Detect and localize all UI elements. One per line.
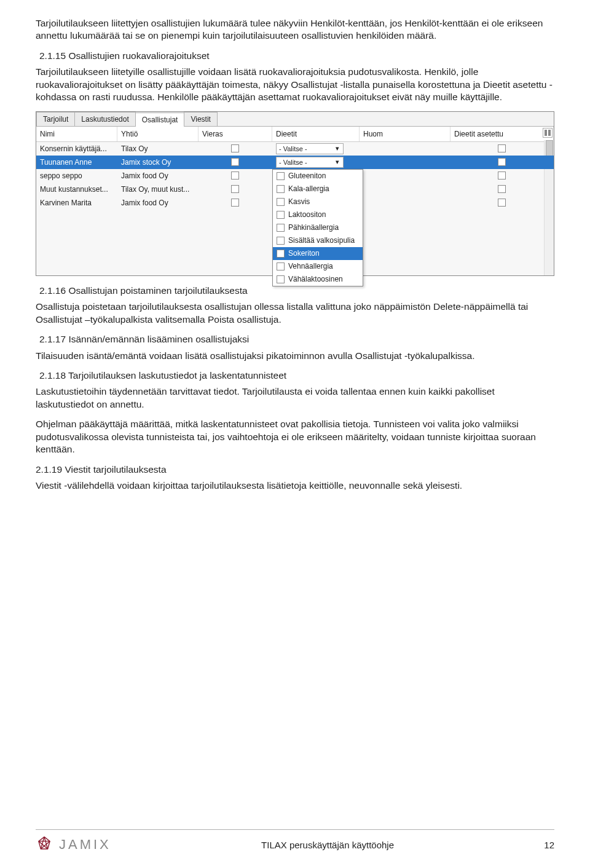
chevron-down-icon: ▾ xyxy=(334,159,340,165)
checkbox-icon xyxy=(277,211,285,219)
dieetit-dropdown[interactable]: Gluteeniton Kala-allergia Kasvis Laktoos… xyxy=(272,169,363,286)
dropdown-item[interactable]: Gluteeniton xyxy=(273,170,363,183)
jamix-logo-icon xyxy=(36,836,53,853)
grid-columns-button[interactable] xyxy=(543,128,553,138)
cell-huom[interactable] xyxy=(360,142,450,156)
heading-2-1-15: 2.1.15 Osallistujien ruokavaliorajoituks… xyxy=(36,50,554,62)
cell-vieras[interactable] xyxy=(199,183,272,196)
cell-nimi: Karvinen Marita xyxy=(36,196,117,210)
heading-2-1-18: 2.1.18 Tarjoilutilauksen laskutustiedot … xyxy=(36,369,554,382)
cell-dset xyxy=(450,156,554,169)
checkbox-icon xyxy=(277,250,285,258)
cell-nimi: seppo seppo xyxy=(36,169,117,183)
tab-bar: Tarjoilut Laskutustiedot Osallistujat Vi… xyxy=(36,112,554,127)
cell-huom[interactable] xyxy=(360,169,450,183)
dropdown-item[interactable]: Sokeriton xyxy=(273,247,363,260)
grid-header-row: Nimi Yhtiö Vieras Dieetit Huom Dieetit a… xyxy=(36,127,554,142)
cell-vieras[interactable] xyxy=(199,156,272,169)
checkbox-icon xyxy=(277,224,285,232)
para-2-1-18a: Laskutustietoihin täydennetään tarvittav… xyxy=(36,385,554,411)
para-2-1-18b: Ohjelman pääkäyttäjä määrittää, mitkä la… xyxy=(36,418,554,456)
heading-2-1-17: 2.1.17 Isännän/emännän lisääminen osalli… xyxy=(36,333,554,345)
svg-rect-0 xyxy=(545,130,547,136)
cell-vieras[interactable] xyxy=(199,169,272,183)
cell-huom[interactable] xyxy=(360,183,450,196)
table-row[interactable]: Konsernin käyttäjä... Tilax Oy - Valitse… xyxy=(36,142,554,156)
page-number: 12 xyxy=(544,840,554,850)
cell-yhtio: Jamix stock Oy xyxy=(117,156,199,169)
col-header-vieras[interactable]: Vieras xyxy=(199,127,272,141)
cell-vieras[interactable] xyxy=(199,142,272,156)
tab-tarjoilut[interactable]: Tarjoilut xyxy=(36,112,75,126)
cell-yhtio: Tilax Oy xyxy=(117,142,199,156)
cell-dset xyxy=(450,142,554,156)
col-header-yhtio[interactable]: Yhtiö xyxy=(117,127,199,141)
tab-laskutustiedot[interactable]: Laskutustiedot xyxy=(74,112,135,126)
cell-dset xyxy=(450,196,554,210)
tab-viestit[interactable]: Viestit xyxy=(184,112,217,126)
cell-dieetit[interactable]: - Valitse -▾ xyxy=(272,142,360,156)
heading-2-1-19: 2.1.19 Viestit tarjoilutilauksesta xyxy=(36,464,554,476)
col-header-dieetit[interactable]: Dieetit xyxy=(272,127,360,141)
checkbox-icon xyxy=(277,262,285,270)
cell-huom[interactable] xyxy=(360,156,450,169)
cell-dieetit[interactable]: - Valitse -▾ xyxy=(272,156,360,169)
dropdown-item[interactable]: Vehnäallergia xyxy=(273,260,363,273)
cell-yhtio: Tilax Oy, muut kust... xyxy=(117,183,199,196)
checkbox-icon xyxy=(498,185,506,193)
tab-osallistujat[interactable]: Osallistujat xyxy=(135,112,185,127)
dropdown-item[interactable]: Kala-allergia xyxy=(273,183,363,195)
cell-huom[interactable] xyxy=(360,196,450,210)
checkbox-icon xyxy=(277,237,285,245)
para-2-1-16: Osallistuja poistetaan tarjoilutilaukses… xyxy=(36,301,554,326)
checkbox-icon xyxy=(498,158,506,166)
dropdown-item[interactable]: Kasvis xyxy=(273,195,363,208)
cell-vieras[interactable] xyxy=(199,196,272,210)
cell-nimi: Tuunanen Anne xyxy=(36,156,117,169)
checkbox-icon xyxy=(231,172,239,180)
checkbox-icon xyxy=(231,199,239,207)
grid-body: Konsernin käyttäjä... Tilax Oy - Valitse… xyxy=(36,142,554,210)
cell-yhtio: Jamix food Oy xyxy=(117,169,199,183)
dropdown-item[interactable]: Pähkinäallergia xyxy=(273,221,363,234)
checkbox-icon xyxy=(498,172,506,180)
brand-logo: JAMIX xyxy=(36,836,111,853)
dropdown-item[interactable]: Sisältää valkosipulia xyxy=(273,234,363,247)
checkbox-icon xyxy=(498,144,506,152)
cell-nimi: Konsernin käyttäjä... xyxy=(36,142,117,156)
intro-paragraph: Tarjoilutilaukseen liitettyjen osallistu… xyxy=(36,17,554,42)
checkbox-icon xyxy=(231,185,239,193)
screenshot-osallistujat-grid: Tarjoilut Laskutustiedot Osallistujat Vi… xyxy=(36,111,554,276)
checkbox-icon xyxy=(277,198,285,206)
table-row[interactable]: Tuunanen Anne Jamix stock Oy - Valitse -… xyxy=(36,156,554,169)
para-2-1-17: Tilaisuuden isäntä/emäntä voidaan lisätä… xyxy=(36,350,554,362)
svg-rect-1 xyxy=(548,130,551,136)
col-header-dieetit-asetettu[interactable]: Dieetit asetettu xyxy=(450,127,554,141)
dropdown-item[interactable]: Laktoositon xyxy=(273,208,363,221)
page-footer: JAMIX TILAX peruskäyttäjän käyttöohje 12 xyxy=(36,829,554,853)
checkbox-icon xyxy=(277,185,285,193)
footer-title: TILAX peruskäyttäjän käyttöohje xyxy=(111,840,545,850)
cell-yhtio: Jamix food Oy xyxy=(117,196,199,210)
checkbox-icon xyxy=(231,144,239,152)
cell-nimi: Muut kustannukset... xyxy=(36,183,117,196)
para-2-1-15: Tarjoilutilaukseen liitetyille osallistu… xyxy=(36,66,554,103)
dropdown-item[interactable]: Vähälaktoosinen xyxy=(273,273,363,286)
checkbox-icon xyxy=(231,158,239,166)
checkbox-icon xyxy=(498,199,506,207)
chevron-down-icon: ▾ xyxy=(334,146,340,152)
cell-dset xyxy=(450,183,554,196)
col-header-huom[interactable]: Huom xyxy=(360,127,450,141)
heading-2-1-16: 2.1.16 Osallistujan poistaminen tarjoilu… xyxy=(36,285,554,297)
brand-text: JAMIX xyxy=(59,837,111,853)
cell-dset xyxy=(450,169,554,183)
checkbox-icon xyxy=(277,275,285,283)
col-header-nimi[interactable]: Nimi xyxy=(36,127,117,141)
para-2-1-19: Viestit -välilehdellä voidaan kirjoittaa… xyxy=(36,479,554,492)
checkbox-icon xyxy=(277,172,285,180)
